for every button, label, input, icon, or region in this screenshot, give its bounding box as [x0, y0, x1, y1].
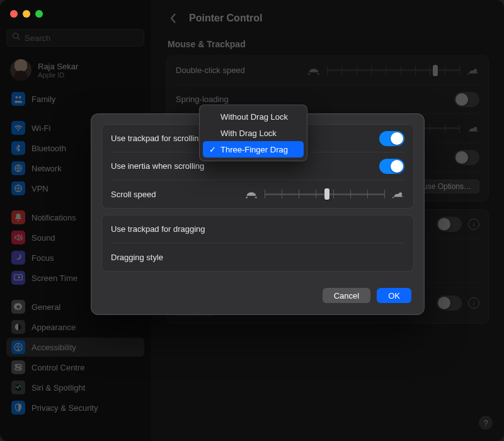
dragging-style-label: Dragging style: [111, 253, 163, 262]
use-inertia-label: Use inertia when scrolling: [111, 161, 204, 171]
minimize-window-button[interactable]: [23, 10, 30, 18]
use-trackpad-dragging-label: Use trackpad for dragging: [111, 224, 205, 234]
check-icon: ✓: [208, 145, 217, 154]
use-inertia-toggle[interactable]: [379, 159, 404, 174]
use-trackpad-scrolling-label: Use trackpad for scrolling: [111, 134, 203, 143]
dragging-section: Use trackpad for dragging Dragging style: [101, 215, 414, 272]
scroll-speed-row: Scroll speed: [111, 180, 404, 208]
dragging-style-row: Dragging style: [111, 243, 404, 271]
option-label: Three-Finger Drag: [220, 145, 288, 154]
dragging-style-option[interactable]: With Drag Lock: [203, 125, 304, 141]
rabbit-icon: [391, 189, 404, 199]
cancel-button[interactable]: Cancel: [323, 288, 370, 303]
close-window-button[interactable]: [10, 10, 18, 18]
system-settings-window: Raja Sekar Apple ID FamilyWi-FiBluetooth…: [0, 0, 504, 441]
ok-button[interactable]: OK: [377, 288, 411, 303]
dragging-style-menu[interactable]: Without Drag LockWith Drag Lock✓Three-Fi…: [199, 105, 307, 161]
use-trackpad-dragging-row: Use trackpad for dragging: [111, 215, 404, 243]
option-label: Without Drag Lock: [220, 112, 288, 122]
scroll-speed-label: Scroll speed: [111, 190, 156, 199]
dragging-style-option[interactable]: Without Drag Lock: [203, 108, 304, 125]
option-label: With Drag Lock: [220, 129, 277, 138]
zoom-window-button[interactable]: [35, 10, 43, 18]
dragging-style-option[interactable]: ✓Three-Finger Drag: [203, 141, 304, 158]
use-trackpad-scrolling-toggle[interactable]: [379, 131, 404, 146]
window-controls: [10, 10, 43, 18]
scroll-speed-slider[interactable]: [265, 188, 384, 200]
sheet-buttons: Cancel OK: [101, 278, 414, 304]
turtle-icon: [244, 189, 258, 199]
